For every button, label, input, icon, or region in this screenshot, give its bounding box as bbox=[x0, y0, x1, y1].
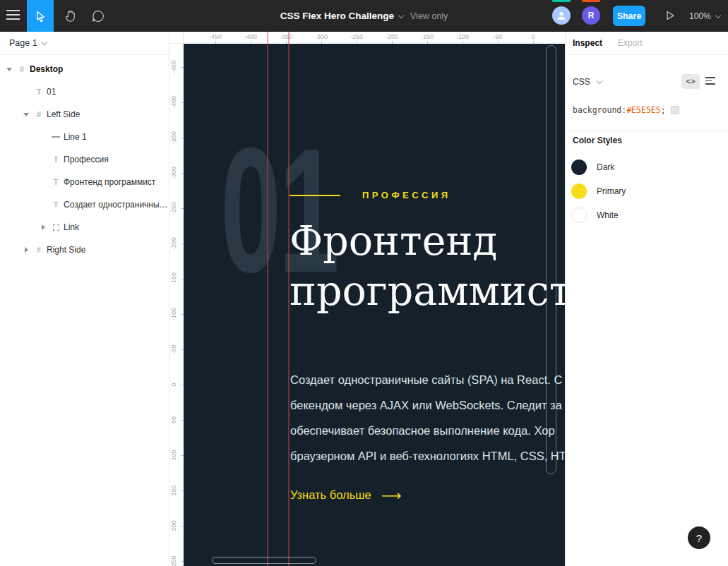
layer-label: Создает одностраничны… bbox=[64, 200, 168, 210]
layer-row-line-1[interactable]: Line 1 bbox=[0, 126, 169, 148]
horizontal-scrollbar[interactable] bbox=[212, 557, 316, 564]
ruler-tick bbox=[286, 41, 287, 44]
speech-bubble-icon bbox=[90, 8, 106, 24]
color-style-dot bbox=[571, 183, 587, 199]
ruler-tick bbox=[181, 102, 184, 103]
presence-indicator bbox=[552, 0, 571, 2]
chevron-down-icon bbox=[597, 78, 602, 84]
ruler-label: -200 bbox=[170, 237, 177, 250]
ruler-label: -50 bbox=[170, 344, 177, 354]
css-section-header: CSS <> bbox=[566, 73, 728, 92]
ruler-label: 50 bbox=[170, 416, 177, 423]
layer-row-link[interactable]: Link bbox=[0, 216, 169, 239]
ruler-label: -450 bbox=[209, 33, 222, 40]
color-style-dark[interactable]: Dark bbox=[566, 155, 728, 179]
desktop-frame[interactable]: 01 ПРОФЕССИЯ Фронтендпрограммист Создает… bbox=[184, 44, 565, 566]
share-button[interactable]: Share bbox=[613, 6, 645, 26]
ruler-label: 200 bbox=[170, 520, 177, 531]
ruler-tick bbox=[251, 41, 251, 44]
present-button[interactable] bbox=[664, 9, 676, 25]
chevron-down-icon bbox=[715, 12, 720, 18]
collapse-arrow[interactable] bbox=[21, 113, 31, 116]
toolbar: CSS Flex Hero Challenge View only R Shar… bbox=[0, 0, 728, 32]
ruler-tick bbox=[533, 41, 534, 44]
ruler-label: -250 bbox=[170, 202, 177, 215]
css-property: background bbox=[573, 105, 621, 115]
ruler-horizontal: -450-400-350-300-250-200-150-100-500 bbox=[169, 32, 565, 44]
layer-label: 01 bbox=[47, 87, 56, 97]
expand-arrow[interactable] bbox=[21, 247, 31, 253]
comment-tool-button[interactable] bbox=[85, 0, 112, 32]
page-selector[interactable]: Page 1 bbox=[0, 32, 169, 55]
avatar[interactable]: R bbox=[582, 6, 600, 25]
chevron-down-icon bbox=[41, 40, 47, 45]
ruler-label: -300 bbox=[170, 167, 177, 179]
layer-label: Left Side bbox=[47, 109, 80, 119]
ruler-tick bbox=[181, 349, 184, 350]
table-view-button[interactable] bbox=[705, 77, 715, 87]
css-dropdown[interactable]: CSS bbox=[573, 77, 602, 87]
ruler-label: -450 bbox=[170, 61, 177, 73]
ruler-tick bbox=[321, 41, 322, 44]
inspect-panel: InspectExport CSS <> background: #E5E5E5… bbox=[565, 32, 728, 566]
main-menu-button[interactable] bbox=[6, 10, 20, 21]
layer-row-фронтенд-программист[interactable]: TФронтенд программист bbox=[0, 171, 169, 193]
layer-row-left-side[interactable]: #Left Side bbox=[0, 103, 169, 126]
ruler-label: -100 bbox=[456, 33, 469, 40]
help-button[interactable]: ? bbox=[688, 526, 710, 549]
file-title-group[interactable]: CSS Flex Hero Challenge View only bbox=[280, 0, 448, 32]
layers-panel: Page 1 #DesktopT01#Left SideLine 1TПрофе… bbox=[0, 32, 169, 566]
css-value: #E5E5E5 bbox=[626, 105, 660, 115]
ruler-tick bbox=[181, 67, 184, 68]
code-view-button[interactable]: <> bbox=[681, 74, 700, 89]
color-style-white[interactable]: White bbox=[566, 203, 728, 227]
play-icon bbox=[664, 9, 676, 22]
hand-tool-button[interactable] bbox=[56, 0, 83, 32]
text-icon: T bbox=[54, 200, 59, 209]
canvas-viewport[interactable]: 01 ПРОФЕССИЯ Фронтендпрограммист Создает… bbox=[169, 32, 565, 566]
figma-app: CSS Flex Hero Challenge View only R Shar… bbox=[0, 0, 728, 566]
hero-paragraph: Создает одностраничные сайты (SPA) на Re… bbox=[290, 367, 565, 469]
layer-label: Right Side bbox=[47, 245, 85, 255]
layer-row-desktop[interactable]: #Desktop bbox=[0, 58, 169, 80]
hero-link-label: Узнать больше bbox=[290, 488, 371, 502]
ruler-tick bbox=[181, 561, 184, 562]
ruler-label: 100 bbox=[170, 450, 177, 460]
hand-icon bbox=[63, 8, 78, 23]
hero-paragraph-line: бекендом через AJAX или WebSockets. След… bbox=[290, 392, 565, 418]
css-code-line: background: #E5E5E5; bbox=[573, 105, 679, 115]
layer-row-профессия[interactable]: TПрофессия bbox=[0, 148, 169, 171]
layer-row-01[interactable]: T01 bbox=[0, 80, 169, 103]
move-tool-button[interactable] bbox=[27, 0, 54, 32]
ruler-tick bbox=[357, 41, 357, 44]
tab-inspect[interactable]: Inspect bbox=[573, 38, 602, 48]
collapse-arrow[interactable] bbox=[4, 68, 14, 71]
hero-paragraph-line: обеспечивает безопасное выполнение кода.… bbox=[290, 418, 565, 443]
accent-line bbox=[290, 195, 340, 196]
avatar[interactable] bbox=[552, 6, 571, 25]
color-style-primary[interactable]: Primary bbox=[566, 179, 728, 203]
ruler-tick bbox=[181, 173, 184, 174]
hamburger-icon bbox=[6, 10, 20, 11]
ruler-label: -150 bbox=[170, 272, 177, 285]
ruler-tick bbox=[392, 41, 393, 44]
hero-heading-line: программист bbox=[290, 266, 565, 316]
inspect-tabbar: InspectExport bbox=[566, 32, 728, 55]
text-icon: T bbox=[37, 88, 42, 96]
ruler-tick bbox=[181, 420, 184, 421]
layer-row-right-side[interactable]: #Right Side bbox=[0, 239, 169, 261]
chevron-down-icon[interactable] bbox=[398, 12, 404, 18]
color-styles-heading: Color Styles bbox=[573, 136, 622, 145]
ruler-label: -50 bbox=[493, 33, 502, 40]
zoom-control[interactable]: 100% bbox=[689, 0, 720, 32]
expand-arrow[interactable] bbox=[38, 224, 48, 230]
frame-icon: # bbox=[37, 246, 41, 254]
line-icon bbox=[52, 136, 60, 138]
guide-line bbox=[267, 32, 268, 566]
hero-heading-line: Фронтенд bbox=[290, 216, 565, 266]
layer-label: Профессия bbox=[64, 155, 109, 164]
layer-row-создает-одностраничны…[interactable]: TСоздает одностраничны… bbox=[0, 193, 169, 216]
vertical-scrollbar[interactable] bbox=[546, 45, 556, 474]
tab-export[interactable]: Export bbox=[618, 38, 643, 48]
text-icon: T bbox=[54, 178, 59, 186]
